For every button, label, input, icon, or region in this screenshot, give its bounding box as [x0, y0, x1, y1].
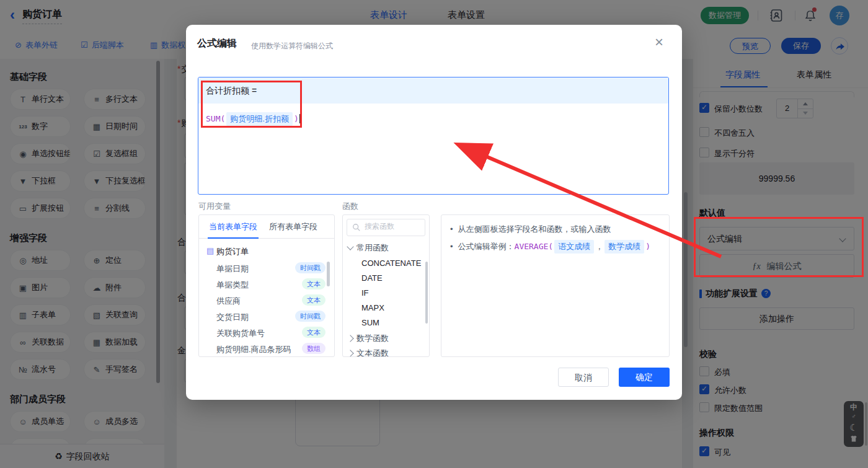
form-doc-icon: ▤ [206, 246, 214, 255]
type-badge: 数组 [302, 343, 326, 354]
type-badge: 文本 [302, 278, 326, 289]
chevron-right-icon [347, 335, 353, 342]
variable-row[interactable]: 交货日期时间戳 [199, 311, 334, 324]
search-icon [352, 223, 361, 232]
bullet-icon: • [450, 224, 453, 234]
modal-subtitle: 使用数学运算符编辑公式 [251, 41, 333, 51]
type-badge: 时间戳 [295, 311, 326, 322]
variable-row[interactable]: 供应商文本 [199, 294, 334, 308]
close-icon[interactable]: × [655, 35, 663, 50]
annotation-box-default-value [694, 217, 864, 277]
field-token-example: 数学成绩 [604, 240, 644, 254]
help-line-1: •从左侧面板选择字段名和函数，或输入函数 [450, 224, 611, 235]
chevron-down-icon [347, 243, 353, 250]
help-line-2: •公式编辑举例：AVERAGE(语文成绩，数学成绩) [450, 240, 650, 254]
function-group-common[interactable]: 常用函数 [348, 242, 389, 254]
function-item[interactable]: CONCATENATE [361, 258, 421, 268]
functions-panel: 常用函数 CONCATENATE DATE IF MAPX SUM 数学函数 文… [342, 214, 430, 357]
functions-scrollbar[interactable] [425, 262, 428, 324]
tab-current-form-fields[interactable]: 当前表单字段 [209, 221, 257, 232]
variables-tabs: 当前表单字段 所有表单字段 [199, 215, 334, 239]
modal-title: 公式编辑 [197, 37, 237, 50]
variable-row[interactable]: 单据日期时间戳 [199, 262, 334, 276]
variables-label: 可用变量 [198, 201, 231, 212]
tab-all-form-fields[interactable]: 所有表单字段 [269, 221, 317, 232]
function-group-math[interactable]: 数学函数 [348, 333, 389, 344]
variable-row[interactable]: 关联购货单号文本 [199, 327, 334, 340]
confirm-button[interactable]: 确定 [619, 368, 670, 387]
function-item[interactable]: SUM [361, 318, 379, 327]
function-item[interactable]: IF [361, 288, 369, 298]
variable-row[interactable]: 单据类型文本 [199, 278, 334, 292]
variable-root-row[interactable]: ▤ 购货订单 [199, 245, 334, 258]
type-badge: 文本 [302, 327, 326, 338]
bullet-icon: • [450, 242, 453, 251]
function-group-text[interactable]: 文本函数 [348, 348, 389, 357]
variables-panel: 当前表单字段 所有表单字段 ▤ 购货订单 单据日期时间戳 单据类型文本 供应商文… [198, 214, 335, 357]
variable-row[interactable]: 购货明细.商品条形码数组 [199, 343, 334, 356]
app-root: ‹ 购货订单 表单设计 表单设置 数据管理 存 ⊘表单外链 ☑后端脚本 ▥数据权 [0, 0, 868, 468]
chevron-right-icon [347, 350, 353, 356]
function-item[interactable]: DATE [361, 273, 383, 283]
function-keyword: AVERAGE( [515, 242, 554, 251]
type-badge: 时间戳 [295, 262, 326, 273]
function-search-input[interactable] [363, 221, 425, 231]
annotation-box-formula [201, 81, 302, 128]
help-panel: •从左侧面板选择字段名和函数，或输入函数 •公式编辑举例：AVERAGE(语文成… [441, 214, 670, 357]
function-item[interactable]: MAPX [361, 303, 384, 312]
cancel-button[interactable]: 取消 [558, 368, 609, 387]
variables-scrollbar[interactable] [327, 262, 330, 286]
type-badge: 文本 [302, 294, 326, 306]
field-token-example: 语文成绩 [554, 240, 594, 254]
functions-label: 函数 [342, 201, 358, 212]
function-search[interactable] [347, 219, 425, 236]
